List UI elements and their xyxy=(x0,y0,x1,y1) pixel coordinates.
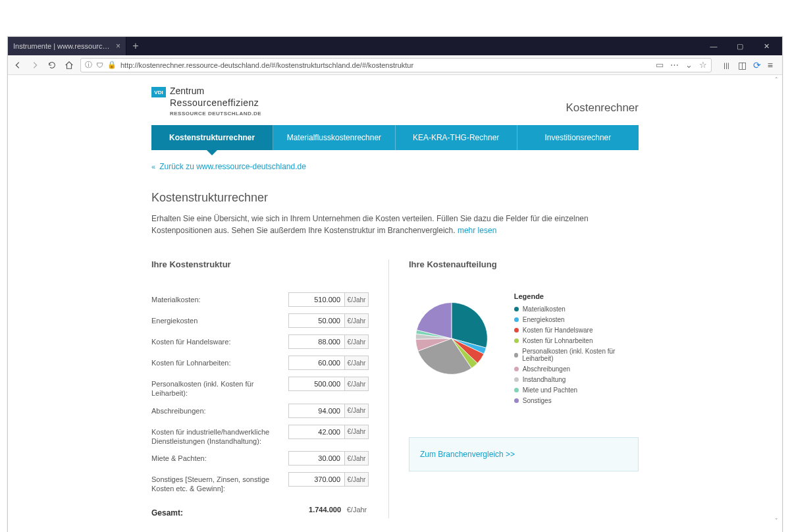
cost-unit: €/Jahr xyxy=(345,313,369,328)
home-button[interactable] xyxy=(63,59,75,71)
cost-label: Abschreibungen: xyxy=(151,404,288,415)
brand-logo: VDI Zentrum Ressourceneffizienz RESSOURC… xyxy=(151,82,261,119)
close-tab-icon[interactable]: × xyxy=(116,41,120,51)
legend-label: Miete und Pachten xyxy=(523,386,577,394)
cost-input[interactable] xyxy=(288,451,345,466)
cost-breakdown-column: Ihre Kostenaufteilung Legende Materialko… xyxy=(388,259,639,518)
cost-input[interactable] xyxy=(288,313,345,328)
more-link[interactable]: mehr lesen xyxy=(458,226,496,235)
cost-structure-column: Ihre Kostenstruktur Materialkosten:€/Jah… xyxy=(151,259,388,518)
pie-chart xyxy=(409,292,494,385)
legend-swatch-icon xyxy=(514,317,519,322)
cost-input[interactable] xyxy=(288,356,345,370)
cost-unit: €/Jahr xyxy=(345,451,369,466)
legend-swatch-icon xyxy=(514,353,518,358)
bookmark-star-icon[interactable]: ☆ xyxy=(699,60,707,70)
total-value: 1.744.000 xyxy=(288,506,345,519)
vertical-scrollbar[interactable]: ˄ ˅ xyxy=(772,75,781,525)
cost-row: Energiekosten€/Jahr xyxy=(151,313,369,329)
nav-tab-1[interactable]: Materialflusskostenrechner xyxy=(273,125,395,150)
legend-swatch-icon xyxy=(514,367,519,371)
legend-label: Personalkosten (inkl. Kosten für Leiharb… xyxy=(522,348,639,362)
nav-tab-2[interactable]: KEA-KRA-THG-Rechner xyxy=(396,125,517,150)
legend-item: Kosten für Lohnarbeiten xyxy=(514,337,639,344)
cost-label: Kosten für Handelsware: xyxy=(151,334,288,346)
cost-label: Kosten für Lohnarbeiten: xyxy=(151,356,288,367)
url-bar[interactable]: ⓘ 🛡 🔒 http://kostenrechner.ressource-deu… xyxy=(80,58,712,72)
cost-input[interactable] xyxy=(288,334,345,349)
cost-row: Kosten für industrielle/handwerkliche Di… xyxy=(151,425,369,446)
legend-swatch-icon xyxy=(514,328,519,332)
cost-row: Materialkosten:€/Jahr xyxy=(151,292,369,308)
legend-title: Legende xyxy=(514,292,639,300)
scroll-up-icon[interactable]: ˄ xyxy=(775,75,778,84)
legend-swatch-icon xyxy=(514,377,519,382)
back-button[interactable] xyxy=(12,59,24,71)
page-viewport: VDI Zentrum Ressourceneffizienz RESSOURC… xyxy=(8,75,782,532)
legend-item: Abschreibungen xyxy=(514,365,639,373)
legend-item: Personalkosten (inkl. Kosten für Leiharb… xyxy=(514,348,639,362)
cost-label: Sonstiges [Steuern, Zinsen, sonstige Kos… xyxy=(151,472,288,494)
browser-tab[interactable]: Instrumente | www.ressource-deut × xyxy=(8,37,126,55)
cost-row: Kosten für Handelsware:€/Jahr xyxy=(151,334,369,350)
legend-item: Materialkosten xyxy=(514,306,639,313)
new-tab-button[interactable]: + xyxy=(126,37,145,55)
cost-input[interactable] xyxy=(288,425,345,439)
cost-row: Sonstiges [Steuern, Zinsen, sonstige Kos… xyxy=(151,472,369,494)
nav-tabs: KostenstrukturrechnerMaterialflusskosten… xyxy=(151,125,639,150)
library-icon[interactable]: ⫼ xyxy=(722,60,731,70)
compare-link[interactable]: Zum Branchenvergleich >> xyxy=(409,437,639,471)
maximize-button[interactable]: ▢ xyxy=(727,37,753,55)
section-desc-text: Erhalten Sie eine Übersicht, wie sich in… xyxy=(151,214,589,235)
left-column-heading: Ihre Kostenstruktur xyxy=(151,259,369,269)
nav-tab-0[interactable]: Kostenstrukturrechner xyxy=(151,125,273,150)
minimize-button[interactable]: — xyxy=(700,37,727,55)
url-text: http://kostenrechner.ressource-deutschla… xyxy=(120,61,652,69)
more-icon[interactable]: ⋯ xyxy=(670,60,679,70)
brand-line-1: Zentrum xyxy=(170,86,261,97)
cost-row: Kosten für Lohnarbeiten:€/Jahr xyxy=(151,356,369,371)
total-row: Gesamt: 1.744.000 €/Jahr xyxy=(151,506,369,519)
cost-label: Kosten für industrielle/handwerkliche Di… xyxy=(151,425,288,446)
shield-icon[interactable]: 🛡 xyxy=(96,61,103,69)
cost-input[interactable] xyxy=(288,404,345,418)
sync-icon[interactable]: ⟳ xyxy=(753,60,761,70)
compare-link-label: Zum Branchenvergleich >> xyxy=(420,450,515,459)
right-column-heading: Ihre Kostenaufteilung xyxy=(409,259,639,269)
tab-title: Instrumente | www.ressource-deut xyxy=(13,42,111,50)
legend-item: Sonstiges xyxy=(514,397,639,404)
legend-item: Miete und Pachten xyxy=(514,386,639,394)
menu-icon[interactable]: ≡ xyxy=(768,60,773,70)
cost-input[interactable] xyxy=(288,377,345,391)
cost-unit: €/Jahr xyxy=(345,334,369,349)
cost-label: Personalkosten (inkl. Kosten für Leiharb… xyxy=(151,377,288,398)
legend-item: Instandhaltung xyxy=(514,376,639,383)
legend-label: Materialkosten xyxy=(523,306,566,313)
scroll-down-icon[interactable]: ˅ xyxy=(775,516,778,525)
sidebar-icon[interactable]: ◫ xyxy=(738,60,747,70)
cost-unit: €/Jahr xyxy=(345,292,369,307)
back-link-label: Zurück zu www.ressource-deutschland.de xyxy=(159,162,306,171)
cost-input[interactable] xyxy=(288,472,345,487)
cost-unit: €/Jahr xyxy=(345,472,369,487)
legend-label: Sonstiges xyxy=(523,397,552,404)
forward-button[interactable] xyxy=(29,59,41,71)
legend-swatch-icon xyxy=(514,338,519,343)
cost-row: Miete & Pachten:€/Jahr xyxy=(151,451,369,467)
browser-window: Instrumente | www.ressource-deut × + — ▢… xyxy=(7,36,783,532)
cost-input[interactable] xyxy=(288,292,345,307)
reader-mode-icon[interactable]: ▭ xyxy=(656,60,664,70)
back-link[interactable]: « Zurück zu www.ressource-deutschland.de xyxy=(151,162,639,171)
info-icon[interactable]: ⓘ xyxy=(85,60,92,70)
cost-label: Miete & Pachten: xyxy=(151,451,288,463)
legend-swatch-icon xyxy=(514,307,519,311)
lock-icon[interactable]: 🔒 xyxy=(107,61,117,69)
nav-tab-3[interactable]: Investitionsrechner xyxy=(517,125,639,150)
legend-swatch-icon xyxy=(514,398,519,403)
close-window-button[interactable]: ✕ xyxy=(753,37,779,55)
header-title: Kostenrechner xyxy=(566,101,639,119)
total-unit: €/Jahr xyxy=(345,506,369,519)
legend-label: Energiekosten xyxy=(523,316,565,323)
reload-button[interactable] xyxy=(46,59,58,71)
pocket-icon[interactable]: ⌄ xyxy=(685,60,693,70)
